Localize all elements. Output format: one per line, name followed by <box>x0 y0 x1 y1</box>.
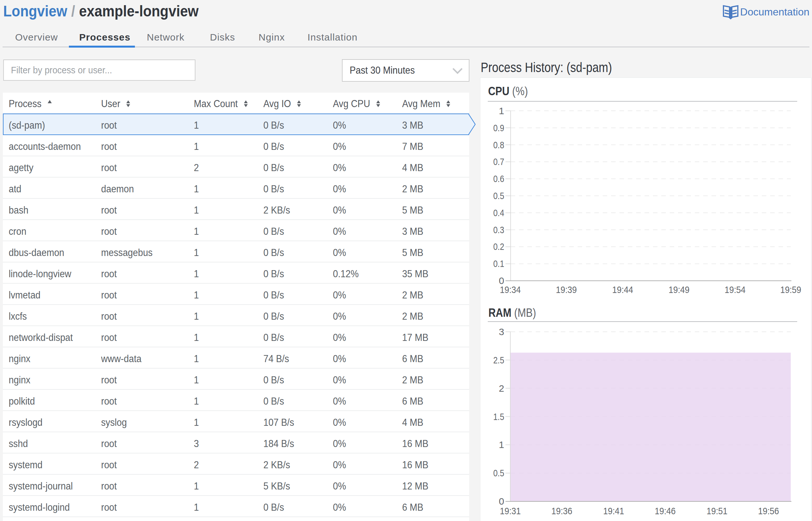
svg-text:19:36: 19:36 <box>552 505 573 516</box>
svg-text:0: 0 <box>499 496 504 506</box>
svg-text:0.3: 0.3 <box>493 225 504 235</box>
svg-text:19:59: 19:59 <box>781 284 802 295</box>
svg-text:0.9: 0.9 <box>493 122 504 133</box>
svg-text:0.4: 0.4 <box>493 207 504 218</box>
svg-text:3: 3 <box>499 326 504 337</box>
svg-text:0.8: 0.8 <box>493 140 504 150</box>
svg-text:19:31: 19:31 <box>500 505 521 516</box>
svg-text:19:54: 19:54 <box>725 284 746 295</box>
svg-text:1: 1 <box>499 106 504 116</box>
svg-text:19:34: 19:34 <box>500 284 521 295</box>
svg-text:0.7: 0.7 <box>493 156 504 167</box>
svg-text:19:51: 19:51 <box>707 505 728 516</box>
svg-text:19:46: 19:46 <box>655 505 676 516</box>
svg-text:19:41: 19:41 <box>603 505 624 516</box>
svg-text:19:49: 19:49 <box>669 284 690 295</box>
svg-text:0.5: 0.5 <box>493 190 504 201</box>
svg-text:19:39: 19:39 <box>556 284 577 295</box>
svg-text:19:44: 19:44 <box>612 284 633 295</box>
svg-text:0.6: 0.6 <box>493 173 504 184</box>
svg-text:1.5: 1.5 <box>493 411 504 422</box>
svg-text:19:56: 19:56 <box>758 505 779 516</box>
svg-text:0.5: 0.5 <box>493 468 504 478</box>
svg-text:1: 1 <box>499 439 504 450</box>
svg-text:0.1: 0.1 <box>493 258 504 269</box>
svg-text:2: 2 <box>499 383 504 394</box>
svg-text:0.2: 0.2 <box>493 241 504 252</box>
svg-text:2.5: 2.5 <box>493 355 504 365</box>
